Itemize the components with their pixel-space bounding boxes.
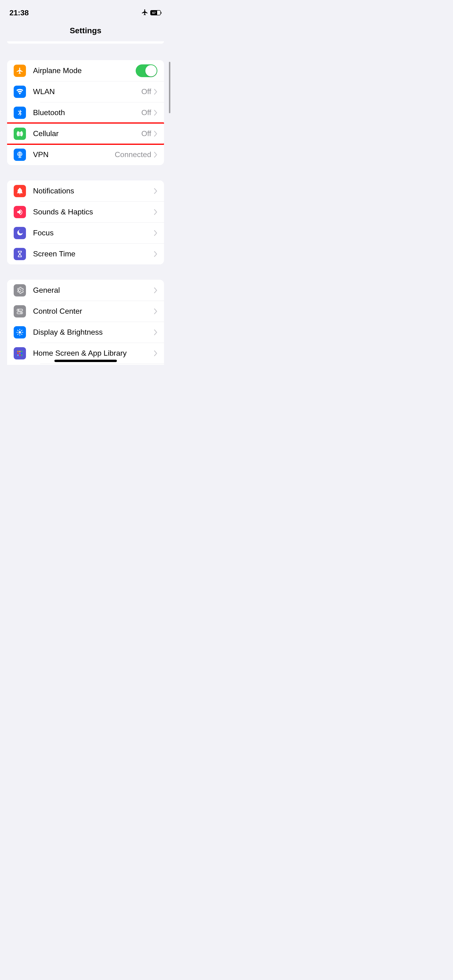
settings-row-focus[interactable]: Focus — [7, 223, 164, 243]
status-bar: 21:38 67 — [0, 0, 171, 19]
chevron-right-icon — [154, 89, 157, 95]
grid-icon — [14, 347, 26, 360]
status-time: 21:38 — [10, 8, 29, 17]
chevron-right-icon — [154, 309, 157, 314]
page-title: Settings — [0, 26, 171, 35]
row-label: General — [33, 286, 154, 294]
row-label: WLAN — [33, 87, 141, 96]
settings-row-sounds-haptics[interactable]: Sounds & Haptics — [7, 201, 164, 223]
row-value: Off — [141, 108, 151, 117]
settings-row-accessibility[interactable]: Accessibility — [7, 364, 164, 365]
switches-icon — [14, 305, 26, 317]
battery-percent: 67 — [151, 11, 157, 15]
speaker-icon — [14, 206, 26, 218]
settings-group-connectivity: Airplane ModeWLANOffBluetoothOffCellular… — [7, 60, 164, 165]
chevron-right-icon — [154, 350, 157, 356]
chevron-right-icon — [154, 152, 157, 158]
airplane-mode-status-icon — [141, 9, 148, 17]
row-label: Notifications — [33, 186, 154, 195]
home-indicator[interactable] — [54, 360, 117, 362]
settings-row-cellular[interactable]: CellularOff — [7, 123, 164, 144]
row-label: Screen Time — [33, 250, 154, 258]
settings-row-control-center[interactable]: Control Center — [7, 301, 164, 322]
row-label: Control Center — [33, 307, 154, 316]
hourglass-icon — [14, 248, 26, 260]
settings-row-notifications[interactable]: Notifications — [7, 180, 164, 201]
row-value: Off — [141, 129, 151, 138]
row-label: Cellular — [33, 129, 141, 138]
row-label: Display & Brightness — [33, 328, 154, 337]
settings-row-wlan[interactable]: WLANOff — [7, 81, 164, 102]
settings-row-airplane-mode[interactable]: Airplane Mode — [7, 60, 164, 81]
gear-icon — [14, 284, 26, 296]
chevron-right-icon — [154, 188, 157, 194]
moon-icon — [14, 227, 26, 239]
settings-row-screen-time[interactable]: Screen Time — [7, 243, 164, 264]
row-label: Home Screen & App Library — [33, 349, 154, 358]
settings-group-notifications-group: NotificationsSounds & HapticsFocusScreen… — [7, 180, 164, 264]
partial-group-above — [7, 41, 164, 44]
toggle-switch[interactable] — [136, 64, 157, 77]
row-label: Airplane Mode — [33, 66, 136, 75]
bell-icon — [14, 185, 26, 197]
bluetooth-icon — [14, 107, 26, 119]
page-header: Settings — [0, 19, 171, 41]
row-value: Connected — [115, 150, 151, 159]
settings-row-general[interactable]: General — [7, 280, 164, 301]
status-icons: 67 — [141, 9, 162, 17]
row-label: Bluetooth — [33, 108, 141, 117]
row-value: Off — [141, 87, 151, 96]
chevron-right-icon — [154, 288, 157, 293]
settings-row-bluetooth[interactable]: BluetoothOff — [7, 102, 164, 123]
settings-row-display-brightness[interactable]: Display & Brightness — [7, 322, 164, 343]
scrollbar[interactable] — [169, 62, 170, 113]
row-label: Sounds & Haptics — [33, 208, 154, 216]
row-label: Focus — [33, 229, 154, 237]
row-label: VPN — [33, 150, 115, 159]
chevron-right-icon — [154, 110, 157, 116]
settings-content: Airplane ModeWLANOffBluetoothOffCellular… — [0, 41, 171, 365]
vpn-icon — [14, 149, 26, 161]
cellular-icon — [14, 127, 26, 140]
sun-icon — [14, 326, 26, 339]
wifi-icon — [14, 86, 26, 98]
airplane-icon — [14, 65, 26, 77]
settings-group-general-group: GeneralControl CenterDisplay & Brightnes… — [7, 280, 164, 365]
chevron-right-icon — [154, 329, 157, 335]
battery-indicator: 67 — [150, 10, 162, 15]
chevron-right-icon — [154, 230, 157, 236]
settings-row-vpn[interactable]: VPNConnected — [7, 144, 164, 165]
chevron-right-icon — [154, 251, 157, 257]
chevron-right-icon — [154, 131, 157, 137]
chevron-right-icon — [154, 209, 157, 215]
